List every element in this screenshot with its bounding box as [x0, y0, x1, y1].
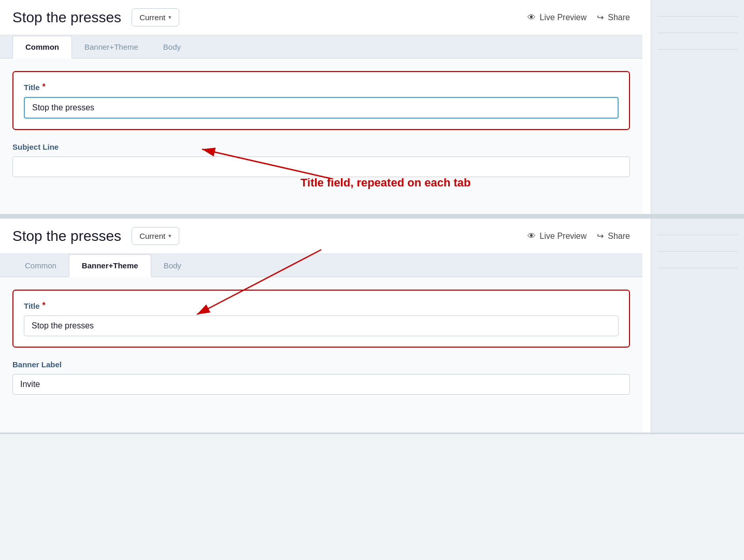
subject-line-group-1: Subject Line: [12, 142, 630, 177]
banner-label-label: Banner Label: [12, 360, 630, 369]
title-field-label-2: Title *: [24, 301, 619, 310]
required-star-2: *: [42, 301, 46, 310]
title-input-1[interactable]: [24, 97, 619, 119]
subject-line-label-1: Subject Line: [12, 142, 630, 151]
tab-bar-2: Common Banner+Theme Body: [0, 254, 642, 277]
banner-label-input[interactable]: [12, 374, 630, 395]
header-bar-2: Stop the presses Current ▾ 👁 Live Previe…: [0, 219, 642, 254]
tab-banner-theme-1[interactable]: Banner+Theme: [72, 36, 151, 59]
title-input-2[interactable]: [24, 315, 619, 336]
title-field-label-1: Title *: [24, 82, 619, 92]
banner-label-group: Banner Label: [12, 360, 630, 395]
page-title-1: Stop the presses: [12, 9, 121, 26]
required-star-1: *: [42, 82, 46, 92]
live-preview-label-1: Live Preview: [540, 13, 587, 22]
share-icon-2: ↪: [597, 231, 604, 241]
right-strip-2: [651, 219, 744, 433]
panel-section-2: Stop the presses Current ▾ 👁 Live Previe…: [0, 219, 744, 434]
tab-banner-theme-2[interactable]: Banner+Theme: [69, 254, 151, 277]
tab-bar-1: Common Banner+Theme Body: [0, 35, 642, 59]
share-label-1: Share: [608, 13, 630, 22]
title-section-highlight-2: Title *: [12, 290, 630, 348]
right-strip-1: [651, 0, 744, 214]
content-area-2: Title * Banner Label: [0, 277, 642, 433]
chevron-icon-2: ▾: [168, 233, 171, 239]
dropdown-label-1: Current: [139, 13, 165, 22]
dropdown-label-2: Current: [139, 232, 165, 240]
share-icon-1: ↪: [597, 12, 604, 22]
content-area-1: Title * Subject Line: [0, 59, 642, 214]
header-bar-1: Stop the presses Current ▾ 👁 Live Previe…: [0, 0, 642, 35]
subject-line-input-1[interactable]: [12, 156, 630, 177]
chevron-icon-1: ▾: [168, 14, 171, 21]
annotation-text: Title field, repeated on each tab: [301, 176, 470, 190]
eye-icon-1: 👁: [527, 13, 536, 22]
eye-icon-2: 👁: [527, 232, 536, 241]
tab-body-2[interactable]: Body: [151, 255, 194, 277]
panel-section-1: Stop the presses Current ▾ 👁 Live Previe…: [0, 0, 744, 216]
share-label-2: Share: [608, 232, 630, 241]
live-preview-button-2[interactable]: 👁 Live Preview: [527, 232, 587, 241]
tab-body-1[interactable]: Body: [151, 36, 193, 59]
page-title-2: Stop the presses: [12, 228, 121, 245]
live-preview-button-1[interactable]: 👁 Live Preview: [527, 13, 587, 22]
current-dropdown-2[interactable]: Current ▾: [132, 227, 179, 245]
title-section-highlight-1: Title *: [12, 71, 630, 130]
tab-common-2[interactable]: Common: [12, 255, 69, 277]
header-right-2: 👁 Live Preview ↪ Share: [527, 231, 630, 241]
live-preview-label-2: Live Preview: [540, 232, 587, 241]
header-right-1: 👁 Live Preview ↪ Share: [527, 12, 630, 22]
share-button-1[interactable]: ↪ Share: [597, 12, 630, 22]
share-button-2[interactable]: ↪ Share: [597, 231, 630, 241]
current-dropdown-1[interactable]: Current ▾: [132, 8, 179, 26]
tab-common-1[interactable]: Common: [12, 36, 72, 59]
